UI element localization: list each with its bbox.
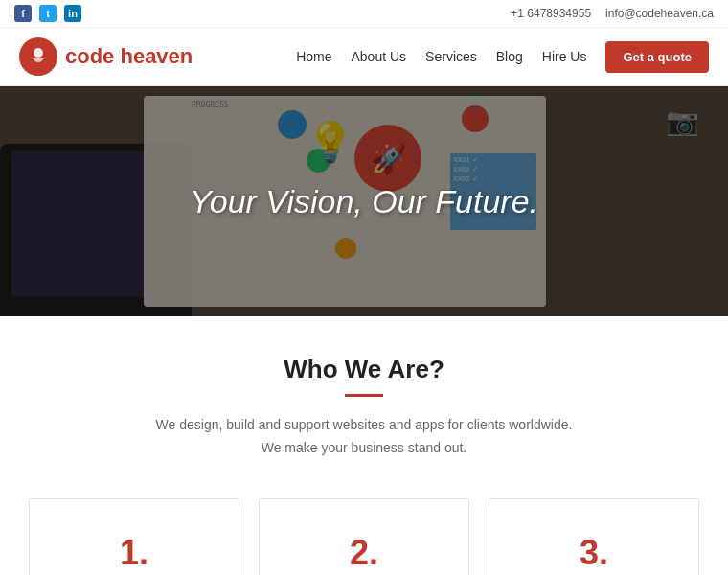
- contact-info: +1 6478934955 info@codeheaven.ca: [511, 7, 714, 20]
- hero-headline: Your Vision, Our Future.: [190, 183, 538, 220]
- get-quote-button[interactable]: Get a quote: [605, 41, 709, 73]
- card-creative: 1. We're Creative: [29, 498, 239, 575]
- card-passionate: 2. We're Passionate: [259, 498, 469, 575]
- card-number-2: 2.: [279, 533, 449, 573]
- social-links: f t in: [14, 5, 81, 22]
- linkedin-icon[interactable]: in: [64, 5, 81, 22]
- header: code heaven Home About Us Services Blog …: [0, 28, 728, 86]
- card-number-3: 3.: [509, 533, 679, 573]
- twitter-icon[interactable]: t: [39, 5, 57, 22]
- card-professional: 3. We're proffessional: [489, 498, 699, 575]
- phone-number: +1 6478934955: [511, 7, 591, 20]
- card-number-1: 1.: [49, 533, 219, 573]
- main-nav: Home About Us Services Blog Hire Us Get …: [296, 41, 709, 73]
- who-description: We design, build and support websites an…: [77, 414, 651, 460]
- who-divider: [345, 394, 383, 397]
- cards-section: 1. We're Creative 2. We're Passionate 3.…: [0, 479, 728, 575]
- top-bar: f t in +1 6478934955 info@codeheaven.ca: [0, 0, 728, 28]
- who-title: Who We Are?: [77, 355, 651, 384]
- svg-point-0: [34, 48, 43, 58]
- who-desc-line2: We make your business stand out.: [262, 440, 467, 455]
- facebook-icon[interactable]: f: [14, 5, 32, 22]
- who-section: Who We Are? We design, build and support…: [0, 316, 728, 479]
- logo-text: code heaven: [65, 44, 193, 69]
- nav-about[interactable]: About Us: [352, 49, 407, 64]
- nav-services[interactable]: Services: [425, 49, 477, 64]
- nav-blog[interactable]: Blog: [496, 49, 523, 64]
- logo[interactable]: code heaven: [19, 37, 193, 76]
- nav-home[interactable]: Home: [296, 49, 331, 64]
- who-desc-line1: We design, build and support websites an…: [156, 417, 573, 432]
- nav-hire[interactable]: Hire Us: [542, 49, 587, 64]
- logo-icon: [19, 37, 57, 76]
- hero-section: 🚀 💡 PROGRESS XX01✓ XX02✓ XX03✓ 📷 Your Vi…: [0, 86, 728, 316]
- email-address: info@codeheaven.ca: [605, 7, 714, 20]
